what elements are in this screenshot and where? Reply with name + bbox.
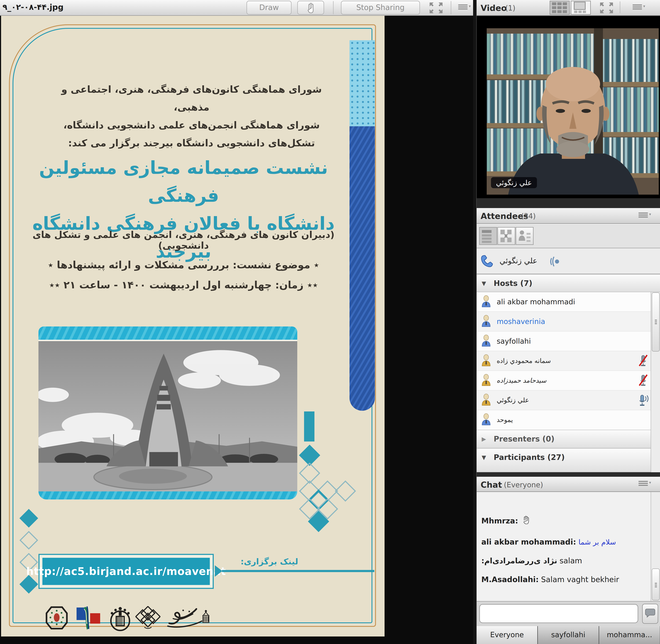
host-person-icon: [480, 413, 492, 426]
breakout-view-button[interactable]: [497, 227, 515, 245]
attendee-list-view-button[interactable]: [479, 227, 497, 245]
filmstrip-view-icon: [571, 1, 590, 14]
video-pod-count: (1): [505, 4, 516, 12]
toolbar-divider: [333, 1, 334, 14]
attendee-name: علي زنگوئي: [497, 391, 529, 410]
photo-bottom-band: [39, 491, 297, 500]
attendee-row[interactable]: علي زنگوئي: [477, 391, 651, 410]
chat-input[interactable]: [479, 604, 638, 623]
phone-icon: [479, 253, 495, 269]
attendees-view-toolbar: [477, 224, 660, 248]
share-pod-menu-icon[interactable]: ▾: [458, 4, 471, 12]
shared-poster-image: شورای هماهنگی کانون‌های فرهنگی، هنری، اج…: [1, 16, 384, 637]
telephony-waves-icon: [548, 255, 561, 268]
pod-separator[interactable]: [473, 0, 476, 644]
chat-scrollbar[interactable]: [651, 492, 660, 601]
attendee-status-view-button[interactable]: [516, 227, 534, 245]
attendee-row[interactable]: moshaverinia: [477, 312, 651, 331]
chat-tab-everyone[interactable]: Everyone: [477, 626, 538, 644]
host-person-icon: [480, 315, 492, 327]
attendees-pod-menu-icon[interactable]: ▾: [639, 212, 651, 220]
chat-message: ali akbar mohammadi: سلام بر شما: [481, 537, 646, 546]
organizer-line: شورای هماهنگی کانون‌های فرهنگی، هنری، اج…: [44, 80, 339, 116]
chat-tab-mohammadi[interactable]: mohamma...: [599, 626, 660, 644]
poster-subtitle: (دبیران کانون های فرهنگی، هنری، انجمن ها…: [23, 229, 345, 251]
vase-emblem-logo: [108, 606, 133, 631]
muted-mic-icon: [637, 354, 649, 368]
video-name-tag: علي زنگوئي: [491, 177, 537, 188]
chat-pod-menu-icon[interactable]: ▾: [639, 480, 651, 488]
presenters-header-label: Presenters (0): [494, 435, 555, 443]
video-fullscreen-icon[interactable]: [597, 2, 615, 14]
attendee-name: یموحد: [497, 410, 513, 430]
adobe-connect-window: ۹_۰۲-۰۸-۴۴.jpg Draw Stop Sharing ▾: [0, 0, 660, 644]
collapse-triangle-icon: ▼: [482, 280, 486, 287]
attendee-row[interactable]: sayfollahi: [477, 331, 651, 351]
poster-striped-band: [350, 126, 375, 411]
list-view-icon: [480, 228, 496, 244]
link-label: لینک برگزاری:: [232, 557, 307, 566]
campus-photo: [39, 341, 297, 491]
chat-input-row: [477, 601, 660, 626]
my-status-row[interactable]: علي زنگوئي: [477, 248, 660, 274]
photo-top-band: [39, 326, 297, 340]
participants-section-header[interactable]: ▼ Participants (27): [477, 448, 660, 472]
chat-message: M.Asadollahi: Salam vaght bekheir: [481, 575, 646, 584]
status-view-icon: [516, 228, 533, 244]
flag-logo: [74, 606, 103, 631]
attendee-name: سمانه محمودي زاده: [497, 351, 551, 370]
host-person-icon-gold: [480, 354, 492, 367]
chat-message: نژاد ی‌ررضامرادی‌ام: salam: [481, 556, 646, 565]
host-person-icon-gold: [480, 394, 492, 406]
hosts-list: ali akbar mohammadi moshaverinia: [477, 292, 651, 430]
chat-author: ali akbar mohammadi:: [481, 537, 576, 546]
poster-dotted-band: [350, 40, 375, 126]
toolbar-divider: [451, 1, 451, 14]
header-divider: [620, 1, 620, 13]
attendee-name: sayfollahi: [497, 331, 531, 351]
poster-topic-line: ٭ موضوع نشست: برررسی مشکلات و ارائه پیشن…: [31, 259, 335, 271]
chat-pod-scope: (Everyone): [504, 481, 543, 489]
stop-sharing-button[interactable]: Stop Sharing: [341, 1, 420, 15]
chat-pod-title: Chat: [480, 480, 502, 490]
filmstrip-view-button[interactable]: [571, 1, 591, 15]
active-mic-icon: [637, 393, 649, 407]
fullscreen-icon[interactable]: [427, 2, 445, 14]
attendee-row[interactable]: ali akbar mohammadi: [477, 292, 651, 312]
attendees-scrollbar[interactable]: [651, 292, 660, 472]
video-pod-menu-icon[interactable]: ▾: [633, 4, 645, 12]
poster-organizer-lines: شورای هماهنگی کانون‌های فرهنگی، هنری، اج…: [44, 80, 339, 152]
chat-text: Salam vaght bekheir: [541, 575, 619, 584]
chat-author: Mhmrza:: [481, 516, 518, 525]
chat-tab-sayfollahi[interactable]: sayfollahi: [538, 626, 599, 644]
link-connector-line: [222, 570, 374, 572]
scrollbar-thumb[interactable]: [652, 293, 660, 351]
hand-cursor-icon: [304, 2, 317, 15]
chat-message-list: Mhmrza: ali akbar mohammadi: سلام بر شما…: [477, 492, 651, 601]
chat-author: نژاد ی‌ررضامرادی‌ام:: [481, 556, 557, 565]
attendees-pod-header: Attendees (34) ▾: [477, 208, 660, 224]
chat-text: سلام بر شما: [579, 538, 616, 546]
pointer-tool-button[interactable]: [297, 1, 324, 15]
host-person-icon-gold: [480, 374, 492, 387]
scrollbar-thumb[interactable]: [652, 569, 660, 600]
breakout-view-icon: [498, 228, 515, 244]
draw-button[interactable]: Draw: [246, 1, 291, 15]
meeting-link-box: http://ac5.birjand.ac.ir/moavenat: [39, 554, 214, 589]
grid-view-button[interactable]: [550, 1, 570, 15]
attendee-row[interactable]: سيدحامد حميدزاده: [477, 371, 651, 391]
send-message-button[interactable]: [642, 604, 658, 624]
presenters-section-header[interactable]: ▶ Presenters (0): [477, 430, 660, 448]
chat-tabs: Everyone sayfollahi mohamma...: [477, 626, 660, 644]
chat-text: salam: [560, 556, 582, 565]
attendee-row[interactable]: یموحد: [477, 410, 651, 430]
attendee-row[interactable]: سمانه محمودي زاده: [477, 351, 651, 371]
speech-bubble-icon: [644, 607, 656, 619]
organizer-line: تشکل‌های دانشجویی دانشگاه بیرجند برگزار …: [44, 134, 339, 152]
meeting-link-url: http://ac5.birjand.ac.ir/moavenat: [26, 565, 226, 577]
right-pod-column: Video (1): [476, 0, 660, 644]
video-area: علي زنگوئي: [477, 16, 660, 198]
chat-author: M.Asadollahi:: [481, 575, 539, 584]
hosts-section-header[interactable]: ▼ Hosts (7): [477, 274, 660, 292]
share-stage: شورای هماهنگی کانون‌های فرهنگی، هنری، اج…: [0, 16, 473, 644]
